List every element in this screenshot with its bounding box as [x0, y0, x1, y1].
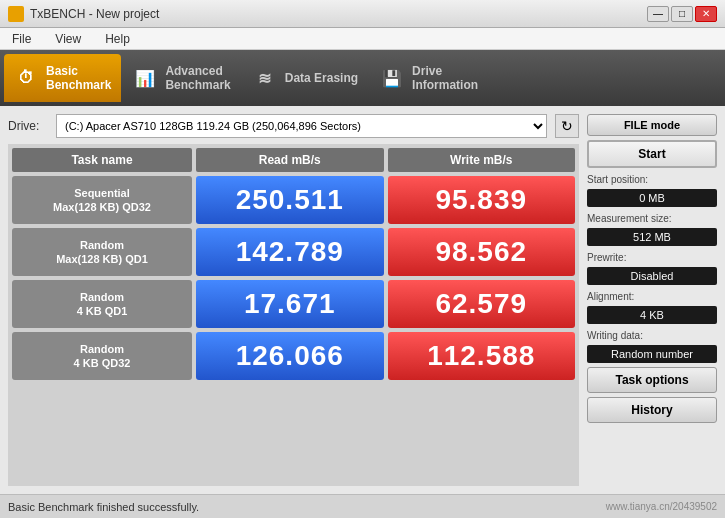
drive-label: Drive:: [8, 119, 48, 133]
drive-select[interactable]: (C:) Apacer AS710 128GB 119.24 GB (250,0…: [56, 114, 547, 138]
maximize-button[interactable]: □: [671, 6, 693, 22]
close-button[interactable]: ✕: [695, 6, 717, 22]
advanced-benchmark-label: AdvancedBenchmark: [165, 64, 230, 93]
measurement-size-value: 512 MB: [587, 228, 717, 246]
table-header: Task name Read mB/s Write mB/s: [12, 148, 575, 172]
tab-data-erasing[interactable]: ≋ Data Erasing: [243, 54, 368, 102]
row-label-2: Random 4 KB QD1: [12, 280, 192, 328]
table-row: Sequential Max(128 KB) QD32 250.511 95.8…: [12, 176, 575, 224]
drive-information-label: DriveInformation: [412, 64, 478, 93]
table-row: Random 4 KB QD1 17.671 62.579: [12, 280, 575, 328]
data-erasing-label: Data Erasing: [285, 71, 358, 85]
tab-advanced-benchmark[interactable]: 📊 AdvancedBenchmark: [123, 54, 240, 102]
row-read-2: 17.671: [196, 280, 384, 328]
right-panel: FILE mode Start Start position: 0 MB Mea…: [587, 114, 717, 486]
watermark: www.tianya.cn/20439502: [606, 501, 717, 512]
advanced-benchmark-icon: 📊: [133, 66, 157, 90]
basic-benchmark-icon: ⏱: [14, 66, 38, 90]
row-label-1: Random Max(128 KB) QD1: [12, 228, 192, 276]
start-position-value: 0 MB: [587, 189, 717, 207]
row-write-3: 112.588: [388, 332, 576, 380]
alignment-value: 4 KB: [587, 306, 717, 324]
tab-drive-information[interactable]: 💾 DriveInformation: [370, 54, 488, 102]
window-title: TxBENCH - New project: [30, 7, 159, 21]
row-write-1: 98.562: [388, 228, 576, 276]
row-label-0: Sequential Max(128 KB) QD32: [12, 176, 192, 224]
tab-basic-benchmark[interactable]: ⏱ BasicBenchmark: [4, 54, 121, 102]
writing-data-label: Writing data:: [587, 330, 717, 341]
status-bar: Basic Benchmark finished successfully. w…: [0, 494, 725, 518]
row-write-0: 95.839: [388, 176, 576, 224]
title-bar: TxBENCH - New project — □ ✕: [0, 0, 725, 28]
results-table: Task name Read mB/s Write mB/s Sequentia…: [8, 144, 579, 486]
toolbar: ⏱ BasicBenchmark 📊 AdvancedBenchmark ≋ D…: [0, 50, 725, 106]
menu-bar: File View Help: [0, 28, 725, 50]
alignment-label: Alignment:: [587, 291, 717, 302]
minimize-button[interactable]: —: [647, 6, 669, 22]
basic-benchmark-label: BasicBenchmark: [46, 64, 111, 93]
status-message: Basic Benchmark finished successfully.: [8, 501, 199, 513]
measurement-size-label: Measurement size:: [587, 213, 717, 224]
row-label-3: Random 4 KB QD32: [12, 332, 192, 380]
row-read-1: 142.789: [196, 228, 384, 276]
row-write-2: 62.579: [388, 280, 576, 328]
app-icon: [8, 6, 24, 22]
table-row: Random Max(128 KB) QD1 142.789 98.562: [12, 228, 575, 276]
col-read: Read mB/s: [196, 148, 384, 172]
drive-information-icon: 💾: [380, 66, 404, 90]
task-options-button[interactable]: Task options: [587, 367, 717, 393]
menu-file[interactable]: File: [8, 30, 35, 48]
col-write: Write mB/s: [388, 148, 576, 172]
history-button[interactable]: History: [587, 397, 717, 423]
table-row: Random 4 KB QD32 126.066 112.588: [12, 332, 575, 380]
prewrite-label: Prewrite:: [587, 252, 717, 263]
row-read-3: 126.066: [196, 332, 384, 380]
row-read-0: 250.511: [196, 176, 384, 224]
col-task-name: Task name: [12, 148, 192, 172]
start-position-label: Start position:: [587, 174, 717, 185]
start-button[interactable]: Start: [587, 140, 717, 168]
drive-row: Drive: (C:) Apacer AS710 128GB 119.24 GB…: [8, 114, 579, 138]
menu-help[interactable]: Help: [101, 30, 134, 48]
prewrite-value: Disabled: [587, 267, 717, 285]
drive-refresh-button[interactable]: ↻: [555, 114, 579, 138]
writing-data-value: Random number: [587, 345, 717, 363]
window-controls: — □ ✕: [647, 6, 717, 22]
data-erasing-icon: ≋: [253, 66, 277, 90]
left-panel: Drive: (C:) Apacer AS710 128GB 119.24 GB…: [8, 114, 579, 486]
file-mode-button[interactable]: FILE mode: [587, 114, 717, 136]
menu-view[interactable]: View: [51, 30, 85, 48]
main-area: Drive: (C:) Apacer AS710 128GB 119.24 GB…: [0, 106, 725, 494]
